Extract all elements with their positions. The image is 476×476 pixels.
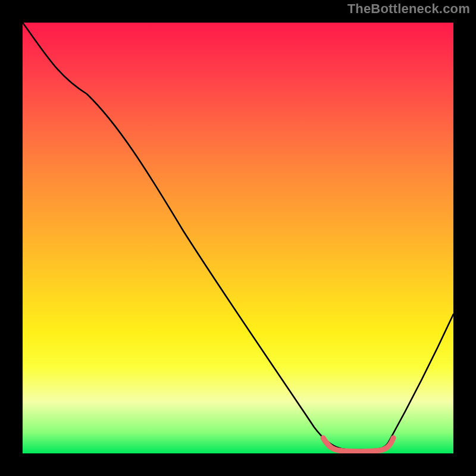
valley-highlight xyxy=(323,438,393,452)
curve-layer xyxy=(23,23,453,453)
main-curve xyxy=(23,23,453,450)
chart-frame: TheBottleneck.com xyxy=(0,0,476,476)
watermark-text: TheBottleneck.com xyxy=(347,1,470,17)
plot-area xyxy=(23,23,453,453)
